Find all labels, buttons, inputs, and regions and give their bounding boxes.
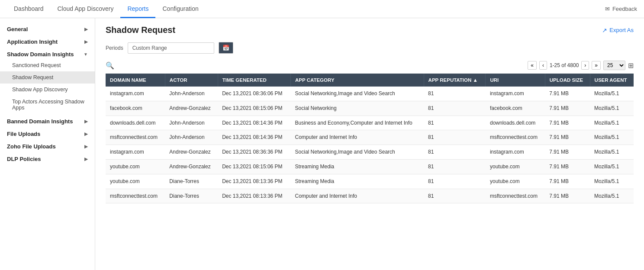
nav-item-cloud-app-discovery[interactable]: Cloud App Discovery (51, 0, 121, 18)
zoho-arrow-icon: ▶ (84, 144, 88, 149)
nav-item-configuration[interactable]: Configuration (155, 0, 205, 18)
pagination-info: 1-25 of 4800 (550, 62, 579, 68)
col-app-reputation[interactable]: APP REPUTATION ▲ (424, 74, 486, 87)
general-arrow-icon: ▶ (84, 27, 88, 32)
sidebar-item-shadow-request[interactable]: Shadow Request (0, 71, 95, 84)
sidebar-item-shadow-app-discovery[interactable]: Shadow App Discovery (0, 84, 95, 96)
table-cell: downloads.dell.com (486, 116, 545, 130)
table-cell: Mozilla/5.1 (590, 130, 634, 145)
next-page-button[interactable]: › (581, 61, 589, 70)
table-cell: youtube.com (106, 159, 165, 174)
table-cell: instagram.com (486, 87, 545, 101)
main-content: Shadow Request ↗ Export As Periods 📅 🔍 «… (95, 18, 644, 270)
main-layout: General ▶ Application Insight ▶ Shadow D… (0, 18, 644, 270)
col-upload-size[interactable]: UPLOAD SIZE (545, 74, 590, 87)
pagination-area: « ‹ 1-25 of 4800 › » 25 50 100 ⊞ (528, 61, 634, 70)
periods-bar: Periods 📅 (106, 42, 634, 54)
table-cell: Diane-Torres (165, 174, 218, 189)
calendar-button[interactable]: 📅 (219, 42, 233, 54)
table-cell: Dec 13,2021 08:15:06 PM (218, 101, 290, 116)
table-cell: 7.91 MB (545, 101, 590, 116)
per-page-select[interactable]: 25 50 100 (603, 61, 625, 70)
table-row: msftconnecttest.comJohn-AndersonDec 13,2… (106, 130, 634, 145)
first-page-button[interactable]: « (528, 61, 537, 70)
col-time-generated[interactable]: TIME GENERATED (218, 74, 290, 87)
col-uri[interactable]: URI (486, 74, 545, 87)
table-cell: youtube.com (486, 174, 545, 189)
table-row: youtube.comDiane-TorresDec 13,2021 08:13… (106, 174, 634, 189)
col-domain-name[interactable]: DOMAIN NAME (106, 74, 165, 87)
column-picker-icon[interactable]: ⊞ (628, 61, 634, 70)
col-user-agent[interactable]: USER AGENT (590, 74, 634, 87)
table-row: instagram.comAndrew-GonzalezDec 13,2021 … (106, 145, 634, 160)
table-cell: Dec 13,2021 08:14:36 PM (218, 116, 290, 130)
table-cell: 7.91 MB (545, 130, 590, 145)
table-cell: 7.91 MB (545, 116, 590, 130)
table-cell: Andrew-Gonzalez (165, 101, 218, 116)
feedback-button[interactable]: ✉ Feedback (605, 6, 637, 12)
sidebar-section-dlp-policies[interactable]: DLP Policies ▶ (0, 151, 95, 164)
sidebar: General ▶ Application Insight ▶ Shadow D… (0, 18, 95, 270)
table-cell: Computer and Internet Info (291, 189, 424, 203)
table-cell: Dec 13,2021 08:36:36 PM (218, 145, 290, 160)
dlp-arrow-icon: ▶ (84, 157, 88, 161)
search-icon[interactable]: 🔍 (106, 61, 114, 70)
table-cell: Dec 13,2021 08:13:36 PM (218, 174, 290, 189)
table-cell: Streaming Media (291, 174, 424, 189)
table-row: instagram.comJohn-AndersonDec 13,2021 08… (106, 87, 634, 101)
nav-item-reports[interactable]: Reports (120, 0, 155, 18)
table-cell: Mozilla/5.1 (590, 101, 634, 116)
table-row: msftconnecttest.comDiane-TorresDec 13,20… (106, 189, 634, 203)
table-cell: 81 (424, 101, 486, 116)
table-body: instagram.comJohn-AndersonDec 13,2021 08… (106, 87, 634, 203)
table-cell: facebook.com (106, 101, 165, 116)
table-cell: 81 (424, 87, 486, 101)
table-cell: Social Networking,Image and Video Search (291, 145, 424, 160)
table-cell: 81 (424, 174, 486, 189)
table-cell: 7.91 MB (545, 189, 590, 203)
table-cell: downloads.dell.com (106, 116, 165, 130)
table-cell: Dec 13,2021 08:13:36 PM (218, 189, 290, 203)
table-cell: Mozilla/5.1 (590, 145, 634, 160)
sidebar-section-banned-domain[interactable]: Banned Domain Insights ▶ (0, 114, 95, 126)
table-header: DOMAIN NAME ACTOR TIME GENERATED APP CAT… (106, 74, 634, 87)
col-actor[interactable]: ACTOR (165, 74, 218, 87)
table-row: youtube.comAndrew-GonzalezDec 13,2021 08… (106, 159, 634, 174)
col-app-category[interactable]: APP CATEGORY (291, 74, 424, 87)
table-cell: John-Anderson (165, 130, 218, 145)
nav-item-dashboard[interactable]: Dashboard (7, 0, 51, 18)
table-cell: Andrew-Gonzalez (165, 159, 218, 174)
table-cell: youtube.com (106, 174, 165, 189)
sidebar-section-file-uploads[interactable]: File Uploads ▶ (0, 126, 95, 139)
table-cell: msftconnecttest.com (486, 189, 545, 203)
table-header-row: DOMAIN NAME ACTOR TIME GENERATED APP CAT… (106, 74, 634, 87)
page-header: Shadow Request ↗ Export As (106, 25, 634, 35)
table-cell: 7.91 MB (545, 145, 590, 160)
sidebar-section-zoho-file-uploads[interactable]: Zoho File Uploads ▶ (0, 139, 95, 151)
export-button[interactable]: ↗ Export As (602, 27, 634, 34)
table-cell: instagram.com (486, 145, 545, 160)
table-cell: Computer and Internet Info (291, 130, 424, 145)
table-cell: Social Networking,Image and Video Search (291, 87, 424, 101)
sidebar-section-general[interactable]: General ▶ (0, 22, 95, 34)
top-nav: Dashboard Cloud App Discovery Reports Co… (0, 0, 644, 18)
file-uploads-arrow-icon: ▶ (84, 132, 88, 136)
table-cell: Streaming Media (291, 159, 424, 174)
sidebar-item-sanctioned-request[interactable]: Sanctioned Request (0, 59, 95, 71)
table-cell: 81 (424, 189, 486, 203)
sidebar-item-top-actors[interactable]: Top Actors Accessing Shadow Apps (0, 96, 95, 114)
sidebar-section-application-insight[interactable]: Application Insight ▶ (0, 34, 95, 47)
table-cell: Mozilla/5.1 (590, 87, 634, 101)
table-cell: Business and Economy,Computer and Intern… (291, 116, 424, 130)
prev-page-button[interactable]: ‹ (539, 61, 547, 70)
app-insight-arrow-icon: ▶ (84, 39, 88, 44)
table-row: facebook.comAndrew-GonzalezDec 13,2021 0… (106, 101, 634, 116)
table-cell: 81 (424, 130, 486, 145)
last-page-button[interactable]: » (592, 61, 601, 70)
table-cell: msftconnecttest.com (486, 130, 545, 145)
table-cell: 7.91 MB (545, 174, 590, 189)
table-row: downloads.dell.comJohn-AndersonDec 13,20… (106, 116, 634, 130)
sidebar-section-shadow-domain[interactable]: Shadow Domain Insights ▼ (0, 47, 95, 59)
periods-input[interactable] (128, 42, 214, 54)
periods-label: Periods (106, 45, 123, 51)
